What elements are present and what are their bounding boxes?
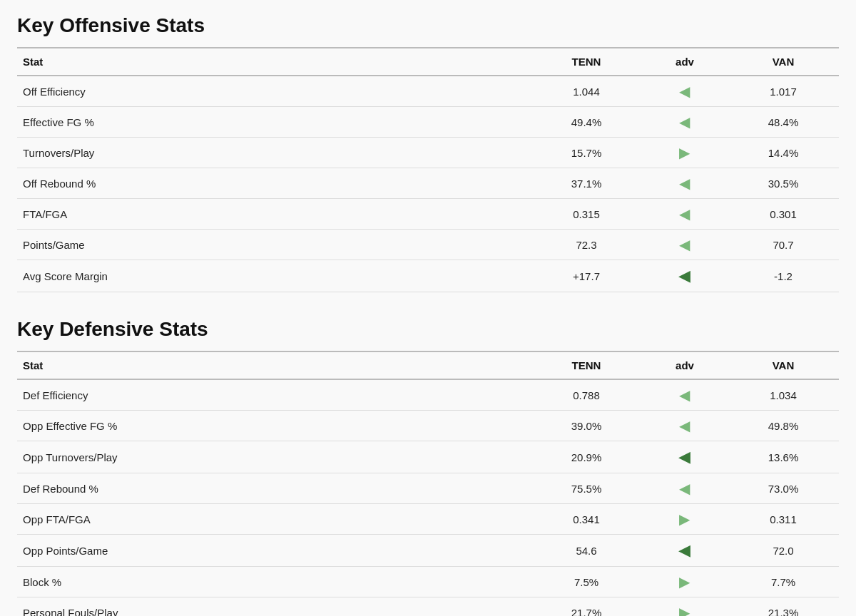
table-row: Off Rebound % 37.1% ◀ 30.5% [17, 168, 839, 199]
arrow-left-light-icon: ◀ [679, 115, 690, 129]
def-header-stat: Stat [17, 351, 531, 379]
arrow-left-light-icon: ◀ [679, 237, 690, 252]
cell-tenn: 15.7% [531, 138, 642, 168]
offensive-header-row: Stat TENN adv VAN [17, 48, 839, 76]
cell-van: 14.4% [728, 138, 839, 168]
cell-tenn: 75.5% [531, 473, 642, 504]
def-header-tenn: TENN [531, 351, 642, 379]
arrow-left-strong-icon: ◀ [678, 268, 691, 284]
cell-van: 13.6% [728, 441, 839, 473]
arrow-right-light-icon: ▶ [679, 512, 690, 526]
cell-adv: ◀ [642, 473, 728, 504]
offensive-title: Key Offensive Stats [17, 14, 839, 37]
cell-stat: Opp Effective FG % [17, 411, 531, 441]
cell-adv: ◀ [642, 535, 728, 567]
cell-adv: ◀ [642, 411, 728, 441]
table-row: Effective FG % 49.4% ◀ 48.4% [17, 107, 839, 138]
table-row: Turnovers/Play 15.7% ▶ 14.4% [17, 138, 839, 168]
cell-adv: ◀ [642, 199, 728, 230]
cell-adv: ◀ [642, 379, 728, 411]
cell-stat: Opp FTA/FGA [17, 504, 531, 535]
cell-van: 73.0% [728, 473, 839, 504]
cell-van: 49.8% [728, 411, 839, 441]
cell-adv: ◀ [642, 230, 728, 260]
arrow-left-light-icon: ◀ [679, 419, 690, 433]
cell-van: 7.7% [728, 567, 839, 597]
cell-van: 30.5% [728, 168, 839, 199]
cell-stat: Off Rebound % [17, 168, 531, 199]
off-header-adv: adv [642, 48, 728, 76]
defensive-table: Stat TENN adv VAN Def Efficiency 0.788 ◀… [17, 351, 839, 616]
off-header-tenn: TENN [531, 48, 642, 76]
cell-stat: Block % [17, 567, 531, 597]
def-header-van: VAN [728, 351, 839, 379]
cell-van: 1.034 [728, 379, 839, 411]
table-row: Personal Fouls/Play 21.7% ▶ 21.3% [17, 597, 839, 617]
cell-tenn: 20.9% [531, 441, 642, 473]
cell-adv: ◀ [642, 107, 728, 138]
cell-stat: Personal Fouls/Play [17, 597, 531, 617]
cell-adv: ◀ [642, 76, 728, 107]
cell-adv: ◀ [642, 168, 728, 199]
arrow-left-light-icon: ◀ [679, 481, 690, 496]
cell-tenn: 0.341 [531, 504, 642, 535]
cell-van: 70.7 [728, 230, 839, 260]
cell-tenn: 0.788 [531, 379, 642, 411]
cell-van: 21.3% [728, 597, 839, 617]
table-row: Def Rebound % 75.5% ◀ 73.0% [17, 473, 839, 504]
arrow-right-light-icon: ▶ [679, 605, 690, 616]
table-row: Opp Effective FG % 39.0% ◀ 49.8% [17, 411, 839, 441]
arrow-left-light-icon: ◀ [679, 207, 690, 221]
cell-adv: ▶ [642, 138, 728, 168]
arrow-left-light-icon: ◀ [679, 388, 690, 402]
cell-van: 0.311 [728, 504, 839, 535]
table-row: Off Efficiency 1.044 ◀ 1.017 [17, 76, 839, 107]
defensive-title: Key Defensive Stats [17, 318, 839, 341]
cell-tenn: +17.7 [531, 260, 642, 292]
cell-van: -1.2 [728, 260, 839, 292]
cell-van: 72.0 [728, 535, 839, 567]
cell-tenn: 72.3 [531, 230, 642, 260]
table-row: Opp Turnovers/Play 20.9% ◀ 13.6% [17, 441, 839, 473]
cell-stat: FTA/FGA [17, 199, 531, 230]
offensive-table: Stat TENN adv VAN Off Efficiency 1.044 ◀… [17, 47, 839, 292]
cell-adv: ◀ [642, 260, 728, 292]
cell-stat: Avg Score Margin [17, 260, 531, 292]
cell-van: 1.017 [728, 76, 839, 107]
arrow-left-light-icon: ◀ [679, 176, 690, 190]
table-row: FTA/FGA 0.315 ◀ 0.301 [17, 199, 839, 230]
cell-tenn: 37.1% [531, 168, 642, 199]
arrow-right-light-icon: ▶ [679, 575, 690, 589]
table-row: Points/Game 72.3 ◀ 70.7 [17, 230, 839, 260]
table-row: Opp Points/Game 54.6 ◀ 72.0 [17, 535, 839, 567]
def-header-adv: adv [642, 351, 728, 379]
arrow-left-strong-icon: ◀ [678, 543, 691, 558]
off-header-stat: Stat [17, 48, 531, 76]
cell-adv: ▶ [642, 597, 728, 617]
arrow-right-light-icon: ▶ [679, 145, 690, 160]
cell-tenn: 49.4% [531, 107, 642, 138]
cell-tenn: 21.7% [531, 597, 642, 617]
cell-tenn: 7.5% [531, 567, 642, 597]
cell-stat: Opp Turnovers/Play [17, 441, 531, 473]
cell-van: 0.301 [728, 199, 839, 230]
cell-van: 48.4% [728, 107, 839, 138]
arrow-left-strong-icon: ◀ [678, 449, 691, 465]
off-header-van: VAN [728, 48, 839, 76]
cell-tenn: 1.044 [531, 76, 642, 107]
cell-stat: Points/Game [17, 230, 531, 260]
defensive-header-row: Stat TENN adv VAN [17, 351, 839, 379]
cell-stat: Effective FG % [17, 107, 531, 138]
cell-adv: ▶ [642, 504, 728, 535]
cell-tenn: 39.0% [531, 411, 642, 441]
table-row: Block % 7.5% ▶ 7.7% [17, 567, 839, 597]
cell-stat: Off Efficiency [17, 76, 531, 107]
cell-adv: ◀ [642, 441, 728, 473]
cell-adv: ▶ [642, 567, 728, 597]
cell-stat: Opp Points/Game [17, 535, 531, 567]
table-row: Opp FTA/FGA 0.341 ▶ 0.311 [17, 504, 839, 535]
table-row: Avg Score Margin +17.7 ◀ -1.2 [17, 260, 839, 292]
cell-tenn: 0.315 [531, 199, 642, 230]
table-row: Def Efficiency 0.788 ◀ 1.034 [17, 379, 839, 411]
arrow-left-light-icon: ◀ [679, 84, 690, 98]
